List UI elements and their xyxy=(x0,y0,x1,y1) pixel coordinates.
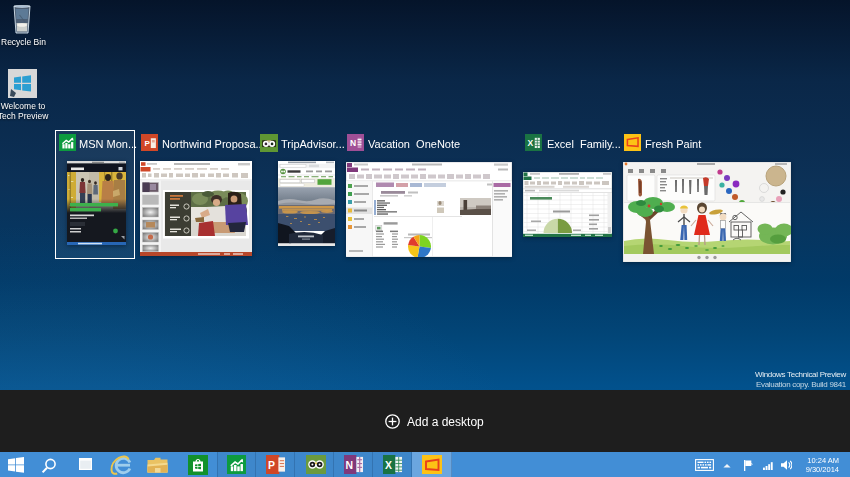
svg-text:P: P xyxy=(268,460,275,471)
svg-text:X: X xyxy=(385,460,392,471)
svg-text:N: N xyxy=(350,138,356,148)
svg-text:N: N xyxy=(345,460,353,471)
svg-text:X: X xyxy=(528,138,534,148)
svg-text:P: P xyxy=(144,139,150,148)
